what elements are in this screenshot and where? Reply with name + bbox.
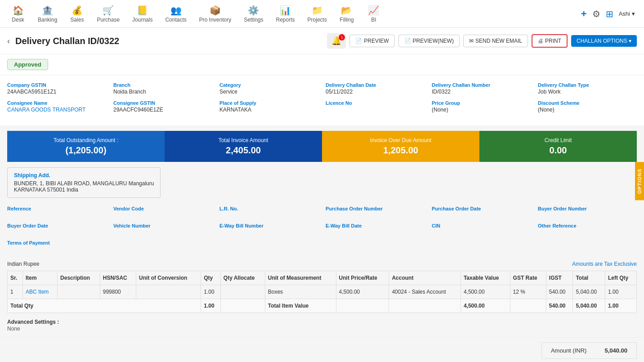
purchase-order-date-field: Purchase Order Date [432, 206, 531, 219]
col-igst: IGST [546, 271, 573, 285]
preview-new-button[interactable]: 📄 PREVIEW(NEW) [398, 35, 460, 47]
sales-icon: 💰 [72, 5, 83, 16]
nav-sales[interactable]: 💰 Sales [63, 0, 90, 28]
currency-label: Indian Rupee [7, 261, 39, 267]
cell-uoc [136, 285, 201, 299]
nav-contacts[interactable]: 👥 Contacts [159, 0, 192, 28]
total-item-label: Total Item Value [265, 299, 336, 313]
amount-footer: Amount (INR) 5,040.00 [0, 337, 644, 362]
amount-footer-box: Amount (INR) 5,040.00 [541, 342, 637, 359]
grid-icon[interactable]: ⊞ [606, 9, 613, 19]
amount-value: 5,040.00 [604, 347, 627, 354]
cell-description [58, 285, 100, 299]
col-total: Total [573, 271, 605, 285]
print-button[interactable]: 🖨 PRINT [532, 34, 568, 48]
price-group-field: Price Group (None) [432, 100, 531, 113]
cell-igst: 540.00 [546, 285, 573, 299]
tax-note: Amounts are Tax Exclusive [572, 261, 637, 267]
discount-scheme-field: Discount Scheme (None) [538, 100, 637, 113]
advanced-value: None [7, 326, 20, 332]
cell-sr: 1 [8, 285, 23, 299]
total-left-qty: 1.00 [605, 299, 636, 313]
form-grid-top: Company GSTIN 24AABCA5951E1Z1 Branch Noi… [7, 82, 637, 113]
shipping-address: BUNDER, 1, BIBI ALABI ROAD, MANGALURU Ma… [14, 180, 154, 193]
user-menu[interactable]: Ashi ▾ [619, 10, 635, 17]
col-item: Item [22, 271, 57, 285]
other-reference-field: Other Reference [538, 223, 637, 237]
notification-badge: 1 [339, 34, 345, 40]
credit-limit-card: Credit Limit 0.00 [479, 131, 637, 162]
cell-account: 40024 - Sales Account [389, 285, 461, 299]
nav-bi[interactable]: 📈 BI [360, 0, 387, 28]
back-button[interactable]: ‹ [7, 36, 10, 46]
nav-banking[interactable]: 🏦 Banking [31, 0, 63, 28]
shipping-section: Shipping Add. BUNDER, 1, BIBI ALABI ROAD… [7, 167, 637, 198]
shipping-box: Shipping Add. BUNDER, 1, BIBI ALABI ROAD… [7, 167, 161, 198]
top-navigation: 🏠 Desk 🏦 Banking 💰 Sales 🛒 Purchase 📒 Jo… [0, 0, 644, 28]
advanced-settings-section: Advanced Settings : None [0, 313, 644, 337]
send-email-button[interactable]: ✉ SEND NEW EMAIL [463, 35, 528, 47]
cell-taxable: 4,500.00 [461, 285, 510, 299]
options-tab[interactable]: OPTIONS [635, 162, 644, 200]
currency-section: Indian Rupee Amounts are Tax Exclusive [0, 257, 644, 271]
col-left-qty: Left Qty [605, 271, 636, 285]
place-supply-field: Place of Supply KARNATAKA [219, 100, 318, 113]
table-section: Sr. Item Description HSN/SAC Unit of Con… [0, 271, 644, 313]
reference-section: Reference Vendor Code L.R. No. Purchase … [0, 202, 644, 257]
invoice-card: Total Invoice Amount 2,405.00 [165, 131, 322, 162]
advanced-label: Advanced Settings : [7, 319, 59, 325]
filling-icon: 📂 [341, 5, 352, 16]
cell-item[interactable]: ABC Item [22, 285, 57, 299]
chevron-down-icon: ▾ [632, 10, 635, 17]
buyer-order-date-field: Buyer Order Date [7, 223, 106, 237]
table-header-row: Sr. Item Description HSN/SAC Unit of Con… [8, 271, 637, 285]
gear-icon[interactable]: ⚙ [592, 9, 600, 19]
consignee-gstin-field: Consignee GSTIN 29AACFC9460E1ZE [113, 100, 212, 113]
shipping-link[interactable]: Shipping Add. [14, 172, 154, 179]
nav-reports[interactable]: 📊 Reports [270, 0, 301, 28]
settings-icon: ⚙️ [248, 5, 259, 16]
col-qty: Qty [201, 271, 221, 285]
total-qty: 1.00 [201, 299, 221, 313]
nav-pro-inventory[interactable]: 📦 Pro Inventory [193, 0, 237, 28]
col-gst-rate: GST Rate [510, 271, 546, 285]
nav-desk[interactable]: 🏠 Desk [4, 0, 31, 28]
preview-icon: 📄 [355, 38, 362, 44]
nav-settings[interactable]: ⚙️ Settings [237, 0, 269, 28]
delivery-number-field: Delivery Challan Number ID/0322 [432, 82, 531, 95]
table-row: 1 ABC Item 999800 1.00 Boxes 4,500.00 40… [8, 285, 637, 299]
email-icon: ✉ [469, 38, 474, 44]
nav-journals[interactable]: 📒 Journals [126, 0, 159, 28]
cell-gst-rate: 12 % [510, 285, 546, 299]
preview-button[interactable]: 📄 PREVIEW [349, 35, 394, 47]
col-uoc: Unit of Conversion [136, 271, 201, 285]
pro-inventory-icon: 📦 [210, 5, 221, 16]
cell-left-qty: 1.00 [605, 285, 636, 299]
nav-filling[interactable]: 📂 Filling [333, 0, 360, 28]
company-gstin-field: Company GSTIN 24AABCA5951E1Z1 [7, 82, 106, 95]
journals-icon: 📒 [137, 5, 148, 16]
purchase-icon: 🛒 [103, 5, 114, 16]
form-section: Company GSTIN 24AABCA5951E1Z1 Branch Noi… [0, 75, 644, 125]
col-taxable: Taxable Value [461, 271, 510, 285]
summary-cards: Total Outstanding Amount : (1,205.00) To… [7, 131, 637, 162]
nav-projects[interactable]: 📁 Projects [301, 0, 333, 28]
cell-total: 5,040.00 [573, 285, 605, 299]
outstanding-card: Total Outstanding Amount : (1,205.00) [7, 131, 165, 162]
cin-field: CIN [432, 223, 531, 237]
eway-bill-date-field: E-Way Bill Date [326, 223, 425, 237]
lr-no-field: L.R. No. [219, 206, 318, 219]
total-taxable: 4,500.00 [461, 299, 510, 313]
page-title: Delivery Challan ID/0322 [15, 36, 327, 46]
notification-bell[interactable]: 🔔 1 [327, 33, 346, 49]
add-button[interactable]: + [581, 8, 587, 20]
banking-icon: 🏦 [42, 5, 53, 16]
nav-purchase[interactable]: 🛒 Purchase [90, 0, 126, 28]
col-account: Account [389, 271, 461, 285]
challan-options-button[interactable]: CHALLAN OPTIONS ▾ [571, 35, 637, 47]
licence-no-field: Licence No [326, 100, 425, 113]
delivery-date-field: Delivery Challan Date 05/11/2022 [326, 82, 425, 95]
cell-uom: Boxes [265, 285, 336, 299]
col-qty-allocate: Qty Allocate [220, 271, 265, 285]
total-igst: 540.00 [546, 299, 573, 313]
